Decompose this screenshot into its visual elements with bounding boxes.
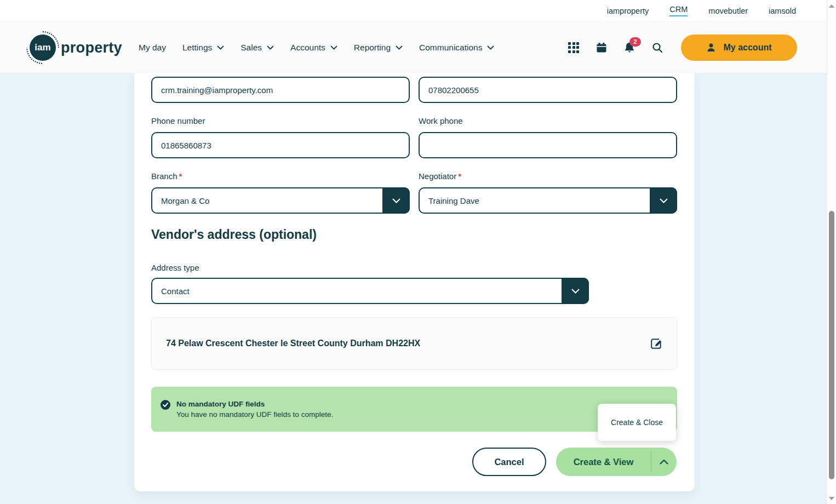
topbar-link-iamsold[interactable]: iamsold (769, 7, 796, 15)
edit-address-button[interactable] (650, 337, 662, 350)
address-type-select[interactable]: Contact (151, 278, 589, 304)
chevron-down-icon (650, 187, 677, 214)
nav-item-communications[interactable]: Communications (419, 43, 494, 53)
edit-pencil-icon (650, 337, 662, 350)
work-phone-field[interactable] (419, 132, 677, 158)
topbar-link-crm[interactable]: CRM (669, 5, 688, 16)
nav-label: Accounts (290, 43, 325, 53)
notification-count-badge: 2 (629, 37, 641, 47)
person-icon (706, 43, 716, 53)
branch-label-text: Branch (151, 171, 177, 181)
chevron-down-icon (217, 45, 224, 50)
nav-label: Lettings (182, 43, 212, 53)
chevron-up-icon (660, 460, 668, 465)
branch-select-value: Morgan & Co (161, 196, 209, 205)
negotiator-select[interactable]: Training Dave (419, 187, 677, 214)
vendors-address-heading: Vendor's address (optional) (151, 227, 317, 242)
phone-number-label: Phone number (151, 116, 205, 125)
search-glyph (651, 42, 663, 54)
address-type-label: Address type (151, 263, 199, 272)
create-and-view-split-button[interactable]: Create & View (556, 448, 677, 476)
app-header: iam property My day Lettings Sales Accou… (0, 22, 827, 73)
search-icon[interactable] (651, 41, 664, 54)
nav-item-sales[interactable]: Sales (241, 43, 274, 53)
chevron-down-icon (396, 45, 403, 50)
iamproperty-logo[interactable]: iam property (30, 34, 122, 61)
vendor-address-card: 74 Pelaw Crescent Chester le Street Coun… (151, 317, 677, 370)
top-utility-bar: iamproperty CRM movebutler iamsold (0, 0, 827, 22)
calendar-icon[interactable] (595, 41, 608, 54)
create-and-close-menu-item[interactable]: Create & Close (598, 404, 676, 441)
work-phone-label: Work phone (419, 116, 463, 125)
scroll-down-arrow[interactable] (829, 497, 834, 500)
phone-number-field[interactable] (151, 132, 410, 158)
cancel-button[interactable]: Cancel (472, 448, 546, 476)
nav-label: My day (139, 43, 166, 53)
header-actions: 2 My account (567, 22, 797, 73)
negotiator-label-text: Negotiator (419, 171, 456, 181)
email-field[interactable] (151, 77, 410, 103)
main-nav: My day Lettings Sales Accounts Reporting… (139, 22, 494, 73)
check-circle-icon (161, 400, 170, 410)
vendor-address-text: 74 Pelaw Crescent Chester le Street Coun… (166, 339, 420, 348)
topbar-link-iamproperty[interactable]: iamproperty (607, 7, 649, 15)
branch-select[interactable]: Morgan & Co (151, 187, 410, 214)
chevron-down-icon (487, 45, 494, 50)
address-type-select-value: Contact (161, 287, 190, 296)
apps-grid-icon[interactable] (567, 41, 580, 54)
mobile-field[interactable] (419, 77, 677, 103)
nav-item-my-day[interactable]: My day (139, 43, 166, 53)
notifications-bell-icon[interactable]: 2 (623, 41, 636, 54)
negotiator-label: Negotiator* (419, 171, 461, 181)
required-marker: * (179, 171, 182, 181)
nav-item-accounts[interactable]: Accounts (290, 43, 337, 53)
nav-label: Communications (419, 43, 482, 53)
branch-label: Branch* (151, 171, 182, 181)
udf-banner-title: No mandatory UDF fields (176, 400, 265, 408)
calendar-glyph (595, 42, 608, 54)
logo-circle: iam (30, 35, 56, 61)
topbar-link-movebutler[interactable]: movebutler (708, 7, 748, 15)
my-account-button[interactable]: My account (681, 35, 797, 61)
vertical-scrollbar[interactable] (827, 0, 836, 504)
nav-item-lettings[interactable]: Lettings (182, 43, 224, 53)
nav-label: Sales (241, 43, 262, 53)
crm-page: iamproperty CRM movebutler iamsold iam p… (0, 0, 836, 504)
nav-item-reporting[interactable]: Reporting (354, 43, 403, 53)
create-and-view-label[interactable]: Create & View (556, 448, 651, 476)
chevron-down-icon (267, 45, 274, 50)
split-button-expand-toggle[interactable] (651, 448, 677, 476)
required-marker: * (458, 171, 461, 181)
scroll-up-arrow[interactable] (829, 4, 834, 8)
logo-circle-text: iam (35, 42, 50, 53)
chevron-down-icon (330, 45, 337, 50)
apps-grid-glyph (568, 42, 579, 53)
udf-banner-message: You have no mandatory UDF fields to comp… (176, 410, 333, 419)
nav-label: Reporting (354, 43, 391, 53)
chevron-down-icon (382, 187, 410, 214)
logo-wordmark: property (61, 39, 122, 56)
create-vendor-form-card: Phone number Work phone Branch* Negotiat… (134, 73, 695, 491)
negotiator-select-value: Training Dave (428, 196, 479, 205)
my-account-label: My account (723, 43, 771, 53)
scrollbar-thumb[interactable] (829, 211, 834, 479)
chevron-down-icon (562, 278, 589, 304)
